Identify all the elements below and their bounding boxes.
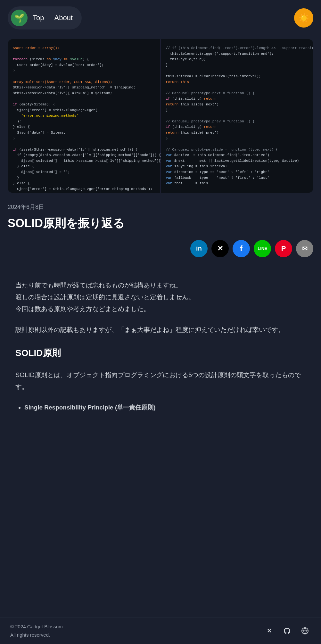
- intro-paragraph-1: 当たり前でも時間が経てば忘れるものが結構ありますね。渡しの場合は設計原則は定期的…: [15, 279, 306, 315]
- nav-about-link[interactable]: About: [52, 12, 75, 23]
- footer-twitter-icon[interactable]: ✕: [263, 625, 275, 637]
- code-background: $sort_order = array(); foreach ($items a…: [8, 39, 313, 193]
- section-solid-title: SOLID原則: [15, 345, 306, 361]
- section-solid-body: SOLID原則とは、オブジェクト指向プログラミングにおける5つの設計原則の頭文字…: [15, 369, 306, 393]
- footer-globe-icon[interactable]: [299, 625, 311, 637]
- share-linkedin-button[interactable]: in: [190, 240, 208, 257]
- code-panel-right: // if (this.$element.find('.root').error…: [161, 39, 314, 193]
- share-facebook-button[interactable]: f: [233, 240, 250, 257]
- nav-links: Top About: [30, 12, 75, 23]
- article-body: 当たり前でも時間が経てば忘れるものが結構ありますね。渡しの場合は設計原則は定期的…: [8, 279, 313, 413]
- nav-pill: 🌱 Top About: [8, 6, 82, 29]
- article-section: 2024年6月8日 SOLID原則を振り返る in ✕ f LINE P ✉ 当…: [0, 193, 321, 413]
- code-panel-left: $sort_order = array(); foreach ($items a…: [8, 39, 161, 193]
- theme-toggle-button[interactable]: ☀️: [294, 8, 313, 28]
- share-line-button[interactable]: LINE: [254, 240, 271, 257]
- article-title: SOLID原則を振り返る: [8, 216, 313, 231]
- share-email-button[interactable]: ✉: [296, 240, 313, 257]
- nav-top-link[interactable]: Top: [30, 12, 46, 23]
- footer-icons: ✕: [263, 625, 311, 637]
- logo-icon: 🌱: [11, 10, 28, 26]
- share-buttons: in ✕ f LINE P ✉: [8, 240, 313, 257]
- footer-github-icon[interactable]: [281, 625, 293, 637]
- header: 🌱 Top About ☀️: [0, 0, 321, 36]
- share-pinterest-button[interactable]: P: [275, 240, 292, 257]
- footer: © 2024 Gadget Blossom. All rights reserv…: [0, 617, 321, 644]
- intro-paragraph-2: 設計原則以外の記載もありますが、「まぁ大事だよね」程度に抑えていただければ幸いで…: [15, 324, 306, 336]
- share-twitter-button[interactable]: ✕: [211, 240, 229, 257]
- footer-copyright: © 2024 Gadget Blossom. All rights reserv…: [10, 623, 64, 639]
- list-item: Single Responsibility Principle (単一責任原則): [24, 402, 306, 413]
- hero-image: $sort_order = array(); foreach ($items a…: [8, 39, 313, 193]
- solid-list: Single Responsibility Principle (単一責任原則): [24, 402, 306, 413]
- article-date: 2024年6月8日: [8, 203, 313, 211]
- divider: [8, 269, 313, 269]
